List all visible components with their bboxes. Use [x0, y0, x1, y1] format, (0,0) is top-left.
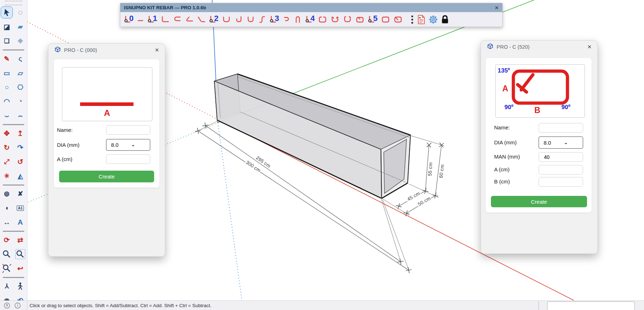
tool-push-pull[interactable]: ↥ — [14, 126, 27, 140]
tool-rotated-rectangle[interactable]: ▱ — [14, 66, 27, 80]
rebar-group-3-button[interactable]: 3 — [269, 15, 279, 24]
tool-offset[interactable]: ↺ — [14, 155, 27, 169]
dialog-000-titlebar[interactable]: PRO - C (000) ✕ — [48, 44, 165, 57]
rebar-shape-stirrup-hooked-icon[interactable] — [355, 16, 365, 23]
zoom-window-icon — [15, 248, 26, 260]
rebar-shape-u-round-icon[interactable] — [246, 16, 255, 23]
rebar-shape-u-hook-icon[interactable] — [234, 16, 243, 23]
tool-lasso[interactable]: ◌ — [14, 5, 27, 20]
rebar-shape-stirrup-open-icon[interactable] — [318, 16, 327, 23]
tool-arc-2pt[interactable]: ◠ — [0, 94, 14, 108]
follow-me-icon: ↷ — [15, 142, 26, 153]
tool-previous-view[interactable]: ↩ — [14, 261, 27, 276]
close-icon[interactable]: ✕ — [494, 5, 499, 10]
dia-select[interactable]: 8.0 ⌄ — [539, 137, 583, 149]
document-icon[interactable] — [417, 15, 425, 25]
position-camera-icon: ⅄ — [1, 280, 12, 292]
rebar-shape-hairpin-icon[interactable] — [293, 16, 302, 23]
tool-select[interactable] — [0, 5, 14, 20]
rebar-shape-u-tips-up-icon[interactable] — [343, 16, 352, 23]
freehand-icon: ς — [15, 53, 26, 64]
tool-arc-3pt[interactable]: ⌣ — [0, 108, 14, 123]
rebar-group-2-button[interactable]: 2 — [209, 15, 219, 24]
tool-walk[interactable] — [14, 279, 27, 293]
rebar-toolbar-titlebar[interactable]: ISNUPNO KIT REBAR — PRO 1.0.6b ✕ — [120, 3, 502, 12]
tool-pan[interactable]: ⇄ — [14, 233, 27, 247]
tool-orbit[interactable]: ⟳ — [0, 233, 14, 247]
create-button[interactable]: Create — [491, 196, 587, 207]
tool-position-camera[interactable]: ⅄ — [0, 279, 14, 293]
info-icon[interactable] — [12, 302, 23, 309]
rebar-shape-hook-open-icon[interactable] — [282, 16, 290, 23]
tool-paint-bucket[interactable]: ◪ — [0, 20, 14, 34]
rebar-group-0-button[interactable]: 0 — [124, 15, 133, 24]
preview-a-label: A — [104, 108, 110, 118]
tool-protractor-3pt[interactable]: ✘ — [14, 187, 27, 201]
dialog-520-title: PRO - C (520) — [497, 44, 587, 50]
rebar-shape-bend-angle-icon[interactable] — [185, 16, 193, 23]
tool-tag[interactable]: ❖ — [14, 34, 27, 48]
rebar-shape-bar-straight-icon[interactable] — [137, 16, 144, 23]
tool-axes[interactable]: ✳ — [0, 169, 14, 183]
tool-zoom-window[interactable] — [14, 247, 27, 261]
application-window: 295 cm 300 cm 45 cm 50 cm 55 cm 60 cm ◌◪… — [0, 0, 644, 310]
chevron-down-icon: ⌄ — [559, 140, 580, 145]
orbit-icon: ⟳ — [1, 234, 12, 246]
a-input[interactable] — [539, 165, 583, 175]
beam-box[interactable] — [214, 74, 410, 198]
tool-rotate[interactable]: ↻ — [0, 140, 14, 155]
close-icon[interactable]: ✕ — [587, 44, 592, 50]
tool-3d-text[interactable]: A — [14, 215, 27, 229]
tool-dimension[interactable]: ↔ — [0, 215, 14, 229]
tool-polygon[interactable]: ⎔ — [14, 80, 27, 94]
tool-zoom-extents[interactable] — [0, 261, 14, 276]
close-icon[interactable]: ✕ — [155, 47, 159, 53]
rebar-shape-u-tips-in-icon[interactable] — [330, 16, 340, 23]
rebar-shape-s-ogee-icon[interactable] — [258, 16, 266, 23]
create-button[interactable]: Create — [59, 171, 154, 182]
name-input[interactable] — [539, 123, 583, 133]
rebar-shape-u-square-icon[interactable] — [222, 16, 231, 23]
tool-follow-me[interactable]: ↷ — [14, 140, 27, 155]
tool-arc[interactable]: ⌢ — [14, 108, 27, 123]
tool-circle[interactable]: ○ — [0, 80, 14, 94]
tool-freehand[interactable]: ς — [14, 52, 27, 66]
tool-eraser[interactable]: ▰ — [14, 20, 27, 34]
rebar-shape-bend-l-icon[interactable] — [161, 16, 170, 23]
lock-icon[interactable] — [441, 15, 449, 24]
rebar-shape-rect-hook-icon[interactable] — [393, 16, 403, 23]
tool-components[interactable]: ❑ — [0, 34, 14, 48]
palette-grip[interactable] — [5, 1, 22, 5]
palette-divider — [0, 229, 27, 233]
tool-line[interactable]: ✎ — [0, 52, 14, 66]
protractor-icon: ◖ — [1, 202, 12, 214]
b-input[interactable] — [539, 177, 583, 187]
rebar-shape-bend-c-icon[interactable] — [173, 16, 182, 23]
rotated-rectangle-icon: ▱ — [15, 67, 26, 79]
rebar-group-5-button[interactable]: 5 — [368, 15, 377, 24]
axes-icon: ✳ — [1, 170, 12, 182]
tool-flip[interactable]: ◭ — [14, 169, 27, 183]
dia-select[interactable]: 8.0 ⌄ — [106, 139, 150, 151]
man-input[interactable] — [539, 152, 583, 162]
rebar-group-1-button[interactable]: 1 — [147, 15, 157, 24]
gear-icon[interactable] — [429, 15, 438, 24]
tool-text[interactable]: A1 — [14, 201, 27, 215]
tool-tape-measure[interactable]: ⊚ — [0, 187, 14, 201]
geolocation-icon[interactable] — [1, 302, 12, 309]
tool-pie[interactable]: ◔ — [14, 94, 27, 108]
name-input[interactable] — [106, 125, 150, 135]
kebab-icon[interactable] — [411, 15, 414, 24]
tool-zoom[interactable] — [0, 247, 14, 261]
tool-move[interactable]: ✥ — [0, 126, 14, 140]
a-input[interactable] — [106, 154, 150, 164]
tool-rectangle[interactable]: ▭ — [0, 66, 14, 80]
rebar-shape-bend-check-icon[interactable] — [197, 16, 206, 23]
dialog-520-titlebar[interactable]: PRO - C (520) ✕ — [481, 41, 597, 53]
rebar-group-4-button[interactable]: 4 — [305, 15, 315, 24]
measurements-input[interactable] — [547, 301, 635, 310]
tool-protractor[interactable]: ◖ — [0, 201, 14, 215]
dia-select-value: 8.0 — [106, 142, 127, 148]
tool-scale[interactable]: ⤢ — [0, 155, 14, 169]
rebar-shape-rect-closed-icon[interactable] — [381, 16, 390, 23]
